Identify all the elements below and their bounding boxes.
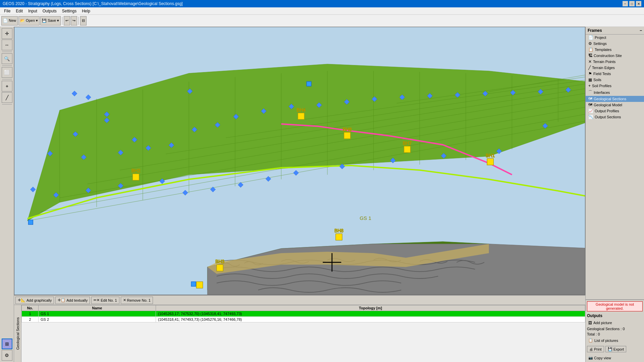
- data-table-container[interactable]: No. Name Topology [m] 1 GS 1 (1045263,17…: [21, 305, 585, 362]
- sidebar-icon-terrain-points: ✕: [588, 59, 592, 64]
- sidebar-item-soil-profiles[interactable]: +Soil Profiles: [586, 83, 644, 89]
- menu-outputs[interactable]: Outputs: [40, 8, 59, 14]
- frames-header: Frames −: [586, 27, 644, 35]
- svg-text:BH7: BH7: [403, 141, 412, 146]
- svg-text:BH6: BH6: [343, 127, 352, 132]
- svg-rect-81: [404, 146, 410, 153]
- open-button[interactable]: 📂 Open ▾: [18, 16, 40, 25]
- save-button[interactable]: 💾 Save ▾: [40, 16, 61, 25]
- sidebar-icon-project: 📄: [588, 35, 593, 40]
- svg-rect-83: [487, 159, 493, 165]
- svg-text:BH2: BH2: [131, 168, 141, 173]
- list-of-pictures-button[interactable]: 📋 List of pictures: [587, 338, 643, 343]
- zoom-tool[interactable]: 🔍: [2, 53, 12, 64]
- output-actions: 🖨 Print 💾 Export: [587, 345, 643, 354]
- minimize-button[interactable]: −: [623, 1, 628, 6]
- svg-rect-89: [336, 234, 342, 240]
- new-button[interactable]: 📄 New: [1, 16, 18, 25]
- add-picture-button[interactable]: 🖼 Add picture: [587, 320, 643, 325]
- sidebar-icon-soils: ▦: [588, 77, 592, 82]
- add-textually-button[interactable]: ✛📋 Add textually: [55, 297, 90, 304]
- sidebar-label-geological-sections: Geological Sections: [594, 97, 626, 101]
- settings-tool[interactable]: ⚙: [2, 350, 12, 361]
- cell-name: GS 2: [39, 317, 156, 322]
- add-graphically-button[interactable]: ✛📐 Add graphically: [15, 297, 54, 304]
- undo-button[interactable]: ↩: [64, 16, 70, 25]
- viewport[interactable]: BH4 BH6 BH7 BH1 BH2 BH3 BH8: [14, 27, 585, 295]
- tool-separator-1: [2, 52, 12, 52]
- sidebar-item-settings[interactable]: ⚙Settings: [586, 41, 644, 47]
- sidebar-item-templates[interactable]: 📋Templates: [586, 47, 644, 53]
- menu-help[interactable]: Help: [79, 8, 93, 14]
- tool-separator-4: [2, 104, 12, 105]
- table-row[interactable]: 1 GS 1 (1045263,17; 747532,70) (1045318,…: [22, 311, 585, 317]
- menu-input[interactable]: Input: [25, 8, 40, 14]
- frames-label: Frames: [588, 28, 602, 33]
- sidebar-item-construction-site[interactable]: 🏗Construction Site: [586, 53, 644, 59]
- table-row[interactable]: 2 GS 2 (1045318,41; 747493,73) (1045276,…: [22, 317, 585, 322]
- toolbar: 📄 New 📂 Open ▾ 💾 Save ▾ ↩ ↪ ⊟: [0, 15, 644, 27]
- node-edit-tool[interactable]: ⌖: [2, 81, 12, 92]
- sidebar-icon-output-sections: 📉: [588, 115, 593, 119]
- sidebar-item-field-tests[interactable]: ⚑Field Tests: [586, 71, 644, 77]
- sidebar-label-soils: Soils: [593, 78, 601, 82]
- sidebar-item-geological-model[interactable]: 🗺Geological Model: [586, 102, 644, 108]
- cell-no: 2: [22, 317, 39, 322]
- frames-collapse-button[interactable]: −: [640, 28, 642, 33]
- sidebar-item-soils[interactable]: ▦Soils: [586, 77, 644, 83]
- sidebar-label-soil-profiles: Soil Profiles: [592, 84, 611, 88]
- sidebar-label-interfaces: Interfaces: [594, 90, 610, 95]
- table-tool[interactable]: ⊞: [2, 339, 12, 349]
- menu-settings[interactable]: Settings: [59, 8, 79, 14]
- sidebar-label-construction-site: Construction Site: [594, 54, 622, 58]
- title-text: GEOS 2020 - Stratigraphy (Logs, Cross Se…: [3, 1, 183, 6]
- sidebar-icon-templates: 📋: [588, 47, 593, 52]
- export-button[interactable]: 💾 Export: [605, 346, 627, 352]
- cell-topology: (1045318,41; 747493,73) (1045276,16; 747…: [156, 317, 585, 322]
- sidebar-item-terrain-points[interactable]: ✕Terrain Points: [586, 59, 644, 65]
- sidebar-icon-terrain-edges: ╱: [588, 65, 591, 70]
- sidebar-icon-geological-sections: 🗺: [588, 97, 592, 101]
- print-button[interactable]: 🖨 Print: [587, 346, 604, 352]
- separator-1: [62, 17, 62, 25]
- svg-rect-87: [217, 265, 223, 271]
- title-bar: GEOS 2020 - Stratigraphy (Logs, Cross Se…: [0, 0, 644, 7]
- svg-rect-97: [191, 282, 196, 286]
- redo-button[interactable]: ↪: [71, 16, 77, 25]
- data-table: No. Name Topology [m] 1 GS 1 (1045263,17…: [21, 305, 585, 322]
- bottom-panel: ✛📐 Add graphically ✛📋 Add textually ✏✕ E…: [14, 295, 585, 362]
- menu-bar: File Edit Input Outputs Settings Help: [0, 7, 644, 15]
- move-tool[interactable]: ✛: [2, 28, 12, 39]
- sidebar-item-interfaces[interactable]: ⌒Interfaces: [586, 89, 644, 96]
- rotate-tool[interactable]: ↔: [2, 40, 12, 50]
- maximize-button[interactable]: □: [629, 1, 635, 6]
- tool-separator-2: [2, 65, 12, 66]
- col-topology: Topology [m]: [156, 305, 585, 311]
- sidebar-item-output-profiles[interactable]: 📈Output Profiles: [586, 108, 644, 114]
- geo-sections-count: Geological Sections : 0: [587, 327, 643, 331]
- polyline-tool[interactable]: ╱: [2, 92, 12, 103]
- right-sidebar: Frames − 📄Project⚙Settings📋Templates🏗Con…: [585, 27, 644, 362]
- center-area: BH4 BH6 BH7 BH1 BH2 BH3 BH8: [14, 27, 585, 362]
- menu-edit[interactable]: Edit: [13, 8, 25, 14]
- sidebar-label-geological-model: Geological Model: [594, 103, 622, 107]
- edit-button[interactable]: ✏✕ Edit No. 1: [91, 297, 119, 304]
- select-rect-tool[interactable]: ⬜: [2, 67, 12, 78]
- copy-view-button[interactable]: 📷 Copy view: [587, 355, 643, 361]
- sidebar-item-terrain-edges[interactable]: ╱Terrain Edges: [586, 65, 644, 71]
- sidebar-item-project[interactable]: 📄Project: [586, 35, 644, 41]
- separator-2: [78, 17, 79, 25]
- extra-button[interactable]: ⊟: [80, 16, 87, 25]
- print-icon: 🖨: [589, 347, 593, 351]
- svg-text:GS 1: GS 1: [360, 215, 371, 221]
- svg-text:BH3: BH3: [215, 259, 224, 264]
- menu-file[interactable]: File: [1, 8, 13, 14]
- remove-icon: ✕: [123, 298, 126, 302]
- sidebar-item-output-sections[interactable]: 📉Output Sections: [586, 114, 644, 120]
- sidebar-icon-settings: ⚙: [588, 41, 592, 46]
- left-sidebar: ✛ ↔ 🔍 ⬜ ⌖ ╱ ⊞ ⚙: [0, 27, 14, 362]
- remove-button[interactable]: ✕ Remove No. 1: [121, 297, 153, 304]
- close-button[interactable]: ✕: [636, 1, 641, 6]
- outputs-header: Outputs: [587, 313, 643, 319]
- sidebar-item-geological-sections[interactable]: 🗺Geological Sections: [586, 96, 644, 102]
